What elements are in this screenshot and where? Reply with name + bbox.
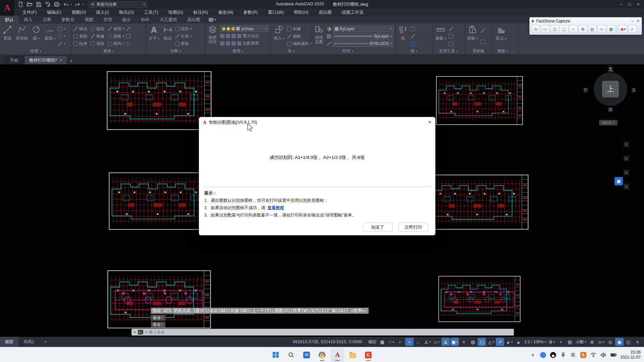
erase-button[interactable] [126, 25, 130, 32]
redo-icon[interactable] [75, 1, 81, 7]
menu-item[interactable]: 文件(F) [17, 9, 42, 16]
ribbon-tab-annotate[interactable]: 注释 [38, 16, 56, 23]
ellipse-button[interactable]: ▾ [58, 33, 65, 40]
dialog-close-icon[interactable]: × [428, 119, 431, 125]
menu-item[interactable]: 修改(M) [213, 9, 238, 16]
fs-capture-window-icon[interactable]: ▭ [541, 25, 549, 33]
save-as-icon[interactable] [45, 1, 51, 7]
customization-icon[interactable]: ≡ [633, 338, 642, 346]
object-snap-tracking-icon[interactable]: ∡ [441, 338, 450, 346]
dimension-button[interactable]: 标注 [162, 24, 173, 48]
close-button[interactable]: × [634, 0, 643, 8]
chrome-button[interactable] [315, 348, 329, 362]
new-file-icon[interactable] [17, 1, 23, 7]
base-point-button[interactable]: 基点 ▾ [495, 24, 507, 48]
ribbon-tab-parametric[interactable]: 参数化 [56, 16, 79, 23]
file-tab-start[interactable]: 开始 [5, 56, 23, 64]
clipboard-panel-label[interactable]: 剪贴板 [465, 48, 493, 54]
group-button[interactable]: 组 [397, 24, 409, 48]
ribbon-tab-yichutu[interactable]: 易出图 [182, 16, 205, 23]
compass-west[interactable]: 西 [584, 87, 588, 93]
model-tab[interactable]: 模型 [0, 337, 18, 347]
taskbar-clock[interactable]: 23:26 2021-11-07 [621, 350, 641, 360]
navbar-tool-icon[interactable]: ▣ [623, 168, 630, 176]
command-input-bar[interactable]: × >_ ▾ 键入命令 [131, 329, 514, 336]
quick-properties-icon[interactable]: ≣ [588, 338, 596, 346]
minimize-button[interactable]: – [616, 0, 625, 8]
close-tab-icon[interactable]: × [60, 58, 62, 63]
tray-blue-app-icon[interactable] [540, 352, 546, 358]
properties-panel-label[interactable]: 特性▾⌟ [312, 48, 395, 54]
menu-item[interactable]: 标注(N) [188, 9, 213, 16]
maximize-button[interactable]: □ [625, 0, 634, 8]
line-button[interactable]: 直线 [2, 24, 13, 48]
faststone-close-button[interactable]: × [637, 19, 639, 23]
view-panel-label[interactable]: 视图▾⌟ [493, 48, 518, 54]
tray-chevron-icon[interactable]: ∧ [530, 352, 536, 358]
rectangle-button[interactable]: ▾ [58, 25, 65, 32]
layer-color-swatch[interactable] [236, 27, 240, 31]
ribbon-tab-output[interactable]: 输出 [117, 16, 136, 23]
match-properties-button[interactable]: 特性匹配 [314, 24, 325, 48]
ribbon-tab-tianzheng[interactable]: 天正建筑 [155, 16, 182, 23]
fs-capture-region-icon[interactable]: ▢ [560, 25, 568, 33]
model-space-button[interactable]: 模型 [367, 338, 377, 346]
layer-properties-button[interactable]: 图层特性 [207, 24, 218, 48]
ribbon-tab-view[interactable]: 视图 [79, 16, 98, 23]
redo-caret-icon[interactable]: ▾ [83, 3, 84, 6]
rotate-button[interactable]: 旋转 [91, 25, 104, 32]
faststone-minimize-button[interactable]: – [631, 19, 634, 23]
annotation-scale-icon[interactable]: ▲ [514, 338, 523, 346]
annotation-panel-label[interactable]: 注释▾ [146, 48, 205, 54]
snap-mode-icon[interactable]: ∷ [387, 338, 395, 346]
circle-button[interactable]: 圆 ▾ [31, 24, 42, 48]
menu-item[interactable]: 窗口(W) [263, 9, 289, 16]
file-explorer-button[interactable] [346, 348, 360, 362]
ribbon-tab-insert[interactable]: 插入 [19, 16, 38, 23]
menu-item[interactable]: 编辑(E) [42, 9, 66, 16]
move-button[interactable]: 移动 [73, 25, 87, 32]
fs-palette-icon[interactable]: ◉▾ [619, 25, 627, 33]
fs-capture-scrolling-icon[interactable]: ▤ [588, 25, 596, 33]
table-button[interactable]: 表格 [175, 40, 192, 47]
set-current-layer-button[interactable]: 置为当前 [220, 33, 269, 39]
start-button[interactable] [269, 348, 282, 362]
layer-lock-icon[interactable] [231, 27, 235, 31]
add-layout-button[interactable]: + [39, 337, 52, 347]
linetype-list-button[interactable] [327, 40, 331, 47]
object-color-dropdown[interactable]: ByLayer▾ [333, 26, 394, 32]
3d-object-snap-icon[interactable]: △ [487, 338, 495, 346]
dynamic-input-icon[interactable]: + [405, 338, 414, 346]
fs-open-icon[interactable]: 🗀 [532, 25, 540, 33]
lock-ui-icon[interactable]: ▭ [597, 338, 605, 346]
copy-clip-button[interactable] [481, 39, 485, 45]
ortho-icon[interactable]: ∟ [414, 338, 423, 346]
linear-dim-button[interactable]: 线性▾ [175, 25, 192, 32]
compass-north[interactable]: 北 [588, 66, 633, 72]
view-tutorial-link[interactable]: 查看教程 [267, 205, 284, 210]
compass-east[interactable]: 东 [632, 87, 636, 93]
menu-item[interactable]: 插入(I) [91, 9, 114, 16]
utilities-panel-label[interactable]: 实用工具▾ [433, 48, 464, 54]
grid-icon[interactable]: ▦ [378, 338, 386, 346]
match-layer-button[interactable]: 匹配图层 [220, 40, 269, 47]
select-all-button[interactable] [449, 33, 453, 40]
trim-button[interactable]: 修剪▾ [108, 25, 124, 32]
fs-capture-freehand-icon[interactable]: ☆ [569, 25, 578, 33]
hatch-button[interactable]: ▾ [58, 40, 65, 47]
lineweight-list-button[interactable] [327, 33, 331, 40]
faststone-title-bar[interactable]: FastStone Capture – × [530, 17, 642, 24]
menu-item[interactable]: 参数(P) [238, 9, 263, 16]
autoscale-icon[interactable]: ▲ [505, 338, 514, 346]
fs-capture-object-icon[interactable]: ◫ [550, 25, 559, 33]
microphone-icon[interactable] [560, 352, 566, 358]
fs-screen-recorder-icon[interactable]: ▦ [607, 25, 615, 33]
menu-item[interactable]: 工具(T) [139, 9, 163, 16]
input-language-indicator[interactable]: 英 [570, 352, 576, 358]
compass-south[interactable]: 南 [588, 107, 633, 113]
infer-constraints-icon[interactable]: ⌐ [396, 338, 405, 346]
battery-icon[interactable] [610, 352, 616, 358]
units-icon[interactable]: ▤ [566, 338, 574, 346]
navbar-tool-icon[interactable]: ▣ [623, 182, 630, 190]
array-button[interactable]: 阵列▾ [108, 40, 124, 47]
